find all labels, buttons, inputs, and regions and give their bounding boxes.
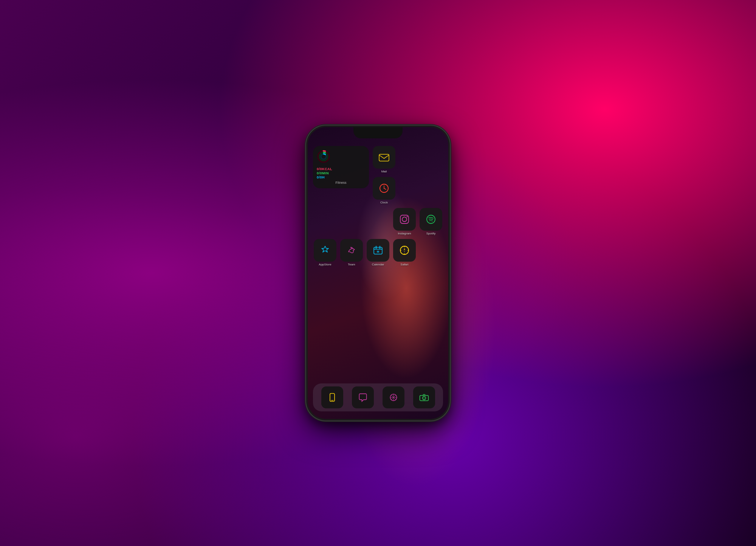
appstore-icon <box>319 244 331 256</box>
clock-app[interactable]: Clock <box>373 177 395 204</box>
svg-point-13 <box>384 188 384 189</box>
instagram-icon-box <box>393 208 416 231</box>
spotify-app[interactable]: Spotify <box>420 208 442 235</box>
team-label: Team <box>348 263 355 266</box>
fitness-stats: 0/0KCAL 0/0MIN 0/0H <box>317 167 365 179</box>
svg-point-15 <box>402 217 407 222</box>
dock-camera-icon-box <box>413 386 435 408</box>
photos-icon <box>388 392 399 403</box>
svg-point-23 <box>400 246 409 254</box>
dock-phone-app[interactable] <box>321 386 343 408</box>
dock-camera-app[interactable] <box>413 386 435 408</box>
instagram-app[interactable]: Instagram <box>393 208 416 235</box>
calendar-icon <box>372 244 384 256</box>
instagram-spotify-row: Instagram Spotify <box>313 208 443 235</box>
phone-icon <box>327 392 338 403</box>
clock-icon-box <box>373 177 395 200</box>
svg-point-16 <box>407 216 408 217</box>
dock-message-icon-box <box>352 386 374 408</box>
min-stat: 0/0MIN <box>317 171 365 175</box>
appstore-icon-box <box>314 239 336 262</box>
bottom-apps-row: AppStore Team <box>313 239 443 266</box>
spotify-icon-box <box>420 208 442 231</box>
spotify-label: Spotify <box>426 232 435 235</box>
calendar-app[interactable]: Calendar <box>367 239 389 266</box>
mail-app[interactable]: Mail <box>373 146 395 173</box>
spotify-icon <box>425 213 437 225</box>
svg-rect-9 <box>379 154 389 161</box>
home-content: 0/0KCAL 0/0MIN 0/0H Fitness <box>308 142 448 270</box>
dock-message-app[interactable] <box>352 386 374 408</box>
instagram-icon <box>398 213 411 225</box>
team-icon <box>345 244 358 256</box>
appstore-label: AppStore <box>319 263 331 266</box>
appstore-app[interactable]: AppStore <box>314 239 336 266</box>
safari-icon <box>398 244 411 256</box>
calendar-icon-box <box>367 239 389 262</box>
dock <box>313 383 443 411</box>
svg-point-7 <box>324 150 325 151</box>
svg-point-8 <box>322 150 323 151</box>
svg-point-39 <box>423 397 425 399</box>
svg-rect-22 <box>377 251 379 253</box>
dock-photos-icon-box <box>383 386 404 408</box>
dock-phone-icon-box <box>321 386 343 408</box>
safari-label: Safari <box>401 263 409 266</box>
safari-icon-box <box>393 239 416 262</box>
message-icon <box>358 392 368 403</box>
phone-screen: 0/0KCAL 0/0MIN 0/0H Fitness <box>308 127 448 419</box>
hr-stat: 0/0H <box>317 175 365 179</box>
kcal-stat: 0/0KCAL <box>317 167 365 171</box>
mail-clock-col: Mail Clock <box>373 146 395 204</box>
mail-icon <box>378 151 390 163</box>
fitness-widget[interactable]: 0/0KCAL 0/0MIN 0/0H Fitness <box>313 146 369 188</box>
top-row: 0/0KCAL 0/0MIN 0/0H Fitness <box>313 146 443 204</box>
svg-marker-28 <box>404 248 405 250</box>
dock-photos-app[interactable] <box>383 386 404 408</box>
mail-icon-box <box>373 146 395 169</box>
fitness-label: Fitness <box>317 181 365 185</box>
svg-marker-29 <box>404 250 405 253</box>
team-icon-box <box>340 239 363 262</box>
clock-icon <box>378 182 390 194</box>
team-app[interactable]: Team <box>340 239 363 266</box>
mail-label: Mail <box>381 170 387 173</box>
safari-app[interactable]: Safari <box>393 239 416 266</box>
phone-device: 0/0KCAL 0/0MIN 0/0H Fitness <box>306 126 450 420</box>
phone-notch <box>353 127 403 138</box>
camera-icon <box>419 392 429 403</box>
activity-rings-icon <box>317 150 330 163</box>
calendar-label: Calendar <box>372 263 384 266</box>
instagram-label: Instagram <box>398 232 411 235</box>
clock-label: Clock <box>380 201 388 204</box>
